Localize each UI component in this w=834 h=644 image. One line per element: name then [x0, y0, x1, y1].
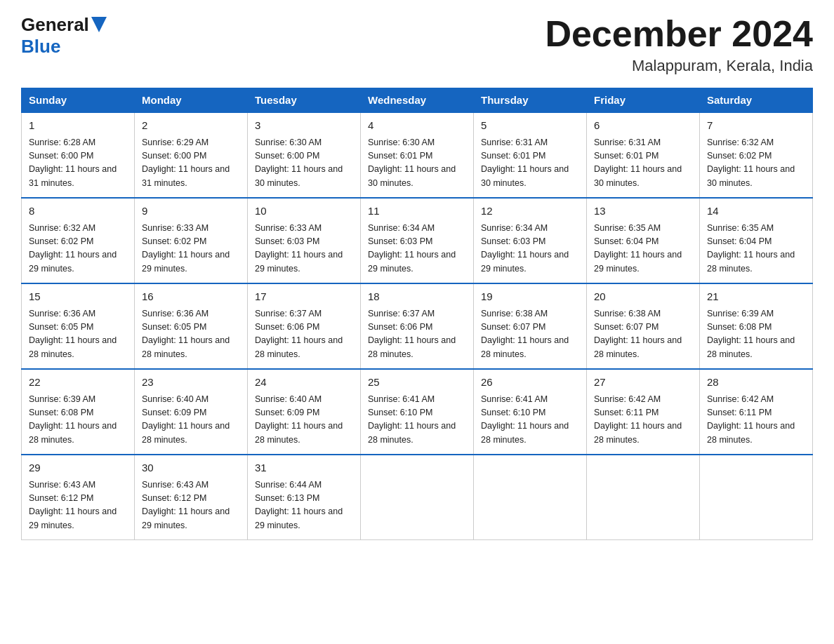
- day-info: Sunrise: 6:39 AMSunset: 6:08 PMDaylight:…: [707, 307, 805, 362]
- calendar-day-header: Monday: [135, 88, 248, 113]
- calendar-empty-cell: [474, 455, 587, 540]
- day-info: Sunrise: 6:34 AMSunset: 6:03 PMDaylight:…: [481, 222, 579, 276]
- calendar-day-cell: 12Sunrise: 6:34 AMSunset: 6:03 PMDayligh…: [474, 198, 587, 283]
- day-info: Sunrise: 6:31 AMSunset: 6:01 PMDaylight:…: [481, 136, 579, 191]
- day-number: 11: [368, 203, 466, 220]
- calendar-day-cell: 13Sunrise: 6:35 AMSunset: 6:04 PMDayligh…: [587, 198, 700, 283]
- title-block: December 2024 Malappuram, Kerala, India: [545, 14, 813, 75]
- calendar-week-row: 29Sunrise: 6:43 AMSunset: 6:12 PMDayligh…: [22, 455, 813, 540]
- calendar-day-header: Friday: [587, 88, 700, 113]
- day-number: 31: [255, 460, 353, 476]
- calendar-empty-cell: [587, 455, 700, 540]
- day-number: 5: [481, 118, 579, 134]
- day-number: 2: [142, 118, 240, 134]
- day-info: Sunrise: 6:35 AMSunset: 6:04 PMDaylight:…: [707, 222, 805, 276]
- calendar-day-cell: 4Sunrise: 6:30 AMSunset: 6:01 PMDaylight…: [361, 112, 474, 198]
- calendar-day-cell: 1Sunrise: 6:28 AMSunset: 6:00 PMDaylight…: [22, 112, 135, 198]
- day-info: Sunrise: 6:43 AMSunset: 6:12 PMDaylight:…: [29, 478, 127, 533]
- calendar-day-cell: 21Sunrise: 6:39 AMSunset: 6:08 PMDayligh…: [700, 283, 813, 369]
- day-number: 27: [594, 375, 692, 391]
- calendar-day-cell: 7Sunrise: 6:32 AMSunset: 6:02 PMDaylight…: [700, 112, 813, 198]
- day-number: 30: [142, 460, 240, 476]
- calendar-day-cell: 24Sunrise: 6:40 AMSunset: 6:09 PMDayligh…: [248, 369, 361, 455]
- calendar-table: SundayMondayTuesdayWednesdayThursdayFrid…: [21, 88, 813, 540]
- day-info: Sunrise: 6:29 AMSunset: 6:00 PMDaylight:…: [142, 136, 240, 191]
- day-number: 19: [481, 289, 579, 305]
- day-info: Sunrise: 6:35 AMSunset: 6:04 PMDaylight:…: [594, 222, 692, 276]
- day-number: 23: [142, 375, 240, 391]
- day-number: 14: [707, 203, 805, 220]
- calendar-day-cell: 18Sunrise: 6:37 AMSunset: 6:06 PMDayligh…: [361, 283, 474, 369]
- calendar-empty-cell: [700, 455, 813, 540]
- day-number: 16: [142, 289, 240, 305]
- day-info: Sunrise: 6:33 AMSunset: 6:03 PMDaylight:…: [255, 222, 353, 276]
- day-number: 12: [481, 203, 579, 220]
- calendar-day-cell: 16Sunrise: 6:36 AMSunset: 6:05 PMDayligh…: [135, 283, 248, 369]
- day-info: Sunrise: 6:44 AMSunset: 6:13 PMDaylight:…: [255, 478, 353, 533]
- calendar-day-header: Tuesday: [248, 88, 361, 113]
- calendar-header-row: SundayMondayTuesdayWednesdayThursdayFrid…: [22, 88, 813, 113]
- calendar-day-cell: 3Sunrise: 6:30 AMSunset: 6:00 PMDaylight…: [248, 112, 361, 198]
- calendar-day-cell: 25Sunrise: 6:41 AMSunset: 6:10 PMDayligh…: [361, 369, 474, 455]
- day-info: Sunrise: 6:30 AMSunset: 6:01 PMDaylight:…: [368, 136, 466, 191]
- calendar-day-cell: 19Sunrise: 6:38 AMSunset: 6:07 PMDayligh…: [474, 283, 587, 369]
- calendar-day-cell: 27Sunrise: 6:42 AMSunset: 6:11 PMDayligh…: [587, 369, 700, 455]
- calendar-day-cell: 9Sunrise: 6:33 AMSunset: 6:02 PMDaylight…: [135, 198, 248, 283]
- day-number: 25: [368, 375, 466, 391]
- calendar-day-cell: 28Sunrise: 6:42 AMSunset: 6:11 PMDayligh…: [700, 369, 813, 455]
- page-header: General Blue December 2024 Malappuram, K…: [21, 14, 813, 75]
- day-number: 9: [142, 203, 240, 220]
- logo-arrow-icon: [91, 17, 107, 32]
- calendar-week-row: 8Sunrise: 6:32 AMSunset: 6:02 PMDaylight…: [22, 198, 813, 283]
- day-info: Sunrise: 6:38 AMSunset: 6:07 PMDaylight:…: [481, 307, 579, 362]
- day-info: Sunrise: 6:28 AMSunset: 6:00 PMDaylight:…: [29, 136, 127, 191]
- logo-blue-text: Blue: [21, 36, 60, 58]
- day-info: Sunrise: 6:32 AMSunset: 6:02 PMDaylight:…: [29, 222, 127, 276]
- logo: General Blue: [21, 14, 107, 58]
- day-info: Sunrise: 6:41 AMSunset: 6:10 PMDaylight:…: [481, 393, 579, 448]
- calendar-week-row: 15Sunrise: 6:36 AMSunset: 6:05 PMDayligh…: [22, 283, 813, 369]
- calendar-day-header: Wednesday: [361, 88, 474, 113]
- day-number: 21: [707, 289, 805, 305]
- calendar-day-cell: 8Sunrise: 6:32 AMSunset: 6:02 PMDaylight…: [22, 198, 135, 283]
- calendar-empty-cell: [361, 455, 474, 540]
- calendar-day-cell: 14Sunrise: 6:35 AMSunset: 6:04 PMDayligh…: [700, 198, 813, 283]
- day-number: 15: [29, 289, 127, 305]
- day-info: Sunrise: 6:37 AMSunset: 6:06 PMDaylight:…: [368, 307, 466, 362]
- day-info: Sunrise: 6:43 AMSunset: 6:12 PMDaylight:…: [142, 478, 240, 533]
- day-info: Sunrise: 6:40 AMSunset: 6:09 PMDaylight:…: [255, 393, 353, 448]
- calendar-day-cell: 5Sunrise: 6:31 AMSunset: 6:01 PMDaylight…: [474, 112, 587, 198]
- page-subtitle: Malappuram, Kerala, India: [545, 57, 813, 75]
- calendar-day-cell: 20Sunrise: 6:38 AMSunset: 6:07 PMDayligh…: [587, 283, 700, 369]
- day-number: 17: [255, 289, 353, 305]
- calendar-day-cell: 29Sunrise: 6:43 AMSunset: 6:12 PMDayligh…: [22, 455, 135, 540]
- calendar-day-cell: 17Sunrise: 6:37 AMSunset: 6:06 PMDayligh…: [248, 283, 361, 369]
- day-number: 24: [255, 375, 353, 391]
- calendar-day-cell: 30Sunrise: 6:43 AMSunset: 6:12 PMDayligh…: [135, 455, 248, 540]
- day-info: Sunrise: 6:36 AMSunset: 6:05 PMDaylight:…: [29, 307, 127, 362]
- logo-general-text: General: [21, 14, 89, 36]
- day-number: 1: [29, 118, 127, 134]
- day-info: Sunrise: 6:37 AMSunset: 6:06 PMDaylight:…: [255, 307, 353, 362]
- day-number: 4: [368, 118, 466, 134]
- day-info: Sunrise: 6:38 AMSunset: 6:07 PMDaylight:…: [594, 307, 692, 362]
- day-number: 20: [594, 289, 692, 305]
- day-info: Sunrise: 6:41 AMSunset: 6:10 PMDaylight:…: [368, 393, 466, 448]
- day-number: 3: [255, 118, 353, 134]
- day-number: 28: [707, 375, 805, 391]
- day-info: Sunrise: 6:36 AMSunset: 6:05 PMDaylight:…: [142, 307, 240, 362]
- calendar-day-cell: 2Sunrise: 6:29 AMSunset: 6:00 PMDaylight…: [135, 112, 248, 198]
- day-info: Sunrise: 6:42 AMSunset: 6:11 PMDaylight:…: [707, 393, 805, 448]
- page-title: December 2024: [545, 14, 813, 54]
- day-number: 13: [594, 203, 692, 220]
- day-info: Sunrise: 6:31 AMSunset: 6:01 PMDaylight:…: [594, 136, 692, 191]
- day-number: 22: [29, 375, 127, 391]
- day-number: 26: [481, 375, 579, 391]
- day-info: Sunrise: 6:34 AMSunset: 6:03 PMDaylight:…: [368, 222, 466, 276]
- calendar-week-row: 22Sunrise: 6:39 AMSunset: 6:08 PMDayligh…: [22, 369, 813, 455]
- calendar-day-cell: 15Sunrise: 6:36 AMSunset: 6:05 PMDayligh…: [22, 283, 135, 369]
- day-number: 7: [707, 118, 805, 134]
- calendar-day-cell: 10Sunrise: 6:33 AMSunset: 6:03 PMDayligh…: [248, 198, 361, 283]
- calendar-day-header: Sunday: [22, 88, 135, 113]
- day-number: 6: [594, 118, 692, 134]
